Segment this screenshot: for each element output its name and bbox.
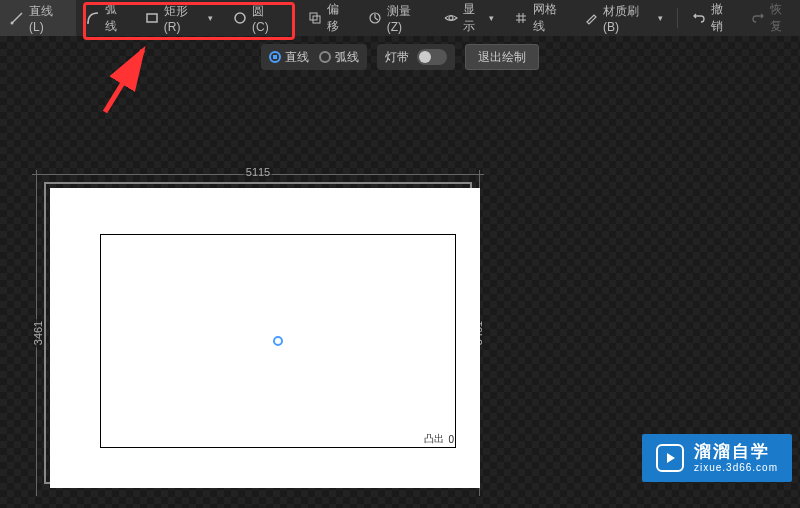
radio-line-label: 直线	[285, 49, 309, 66]
redo-button[interactable]: 恢复	[741, 0, 800, 36]
dimension-top: 5115	[244, 166, 272, 178]
watermark-url: zixue.3d66.com	[694, 462, 778, 474]
circle-icon	[233, 11, 247, 25]
chevron-down-icon: ▾	[489, 13, 494, 23]
dimension-left: 3461	[32, 319, 44, 347]
measure-tool-button[interactable]: 测量 (Z)	[358, 0, 434, 36]
exit-label: 退出绘制	[478, 49, 526, 66]
offset-tool-label: 偏移	[327, 1, 347, 35]
circle-tool-button[interactable]: 圆 (C)	[223, 0, 289, 36]
grid-icon	[514, 11, 528, 25]
line-mode-radio-group: 直线 弧线	[261, 44, 367, 70]
main-toolbar: 直线 (L) 弧线 矩形 (R) ▾ 圆 (C) 偏移 测量 (Z)	[0, 0, 800, 36]
rect-tool-label: 矩形 (R)	[164, 3, 201, 34]
grid-tool-button[interactable]: 网格线	[504, 0, 574, 36]
divider	[677, 8, 678, 28]
play-icon	[656, 444, 684, 472]
material-tool-button[interactable]: 材质刷 (B) ▾	[574, 0, 673, 36]
chevron-down-icon: ▾	[208, 13, 213, 23]
extrude-label-group: 凸出 0	[424, 432, 454, 446]
radio-arc[interactable]: 弧线	[319, 49, 359, 66]
arc-tool-label: 弧线	[105, 1, 125, 35]
divider	[294, 8, 295, 28]
line-tool-label: 直线 (L)	[29, 3, 66, 34]
watermark-title: 溜溜自学	[694, 442, 778, 462]
extrude-label: 凸出	[424, 432, 444, 446]
undo-button[interactable]: 撤销	[682, 0, 741, 36]
radio-arc-label: 弧线	[335, 49, 359, 66]
exit-draw-button[interactable]: 退出绘制	[465, 44, 539, 70]
canvas-area[interactable]: 5115 5115 3461 3461 凸出 0	[32, 170, 484, 496]
watermark-text: 溜溜自学 zixue.3d66.com	[694, 442, 778, 474]
arc-icon	[86, 11, 100, 25]
radio-icon	[319, 51, 331, 63]
chevron-down-icon: ▾	[658, 13, 663, 23]
arc-tool-button[interactable]: 弧线	[76, 0, 135, 36]
extrude-value: 0	[448, 434, 454, 445]
redo-label: 恢复	[770, 1, 790, 35]
measure-icon	[368, 11, 382, 25]
sub-toolbar: 直线 弧线 灯带 退出绘制	[0, 36, 800, 78]
rect-tool-button[interactable]: 矩形 (R) ▾	[135, 0, 223, 36]
svg-point-1	[87, 22, 89, 24]
redo-icon	[751, 11, 765, 25]
circle-tool-label: 圆 (C)	[252, 3, 279, 34]
line-icon	[10, 11, 24, 25]
room-boundary[interactable]: 凸出 0	[50, 188, 480, 488]
display-tool-label: 显示	[463, 1, 482, 35]
svg-rect-2	[147, 14, 157, 22]
radio-icon	[269, 51, 281, 63]
offset-tool-button[interactable]: 偏移	[298, 0, 357, 36]
watermark: 溜溜自学 zixue.3d66.com	[642, 434, 792, 482]
radio-line[interactable]: 直线	[269, 49, 309, 66]
light-strip-toggle-group: 灯带	[377, 44, 455, 70]
inner-rect[interactable]	[100, 234, 456, 448]
light-strip-toggle[interactable]	[417, 49, 447, 65]
grid-tool-label: 网格线	[533, 1, 564, 35]
rect-icon	[145, 11, 159, 25]
display-tool-button[interactable]: 显示 ▾	[434, 0, 504, 36]
undo-label: 撤销	[711, 1, 731, 35]
material-tool-label: 材质刷 (B)	[603, 3, 651, 34]
svg-point-0	[11, 22, 14, 25]
line-tool-button[interactable]: 直线 (L)	[0, 0, 76, 36]
light-strip-label: 灯带	[385, 49, 409, 66]
center-marker-icon[interactable]	[273, 336, 283, 346]
svg-point-3	[235, 13, 245, 23]
undo-icon	[692, 11, 706, 25]
svg-point-7	[449, 16, 453, 20]
measure-tool-label: 测量 (Z)	[387, 3, 424, 34]
brush-icon	[584, 11, 598, 25]
eye-icon	[444, 11, 458, 25]
offset-icon	[308, 11, 322, 25]
